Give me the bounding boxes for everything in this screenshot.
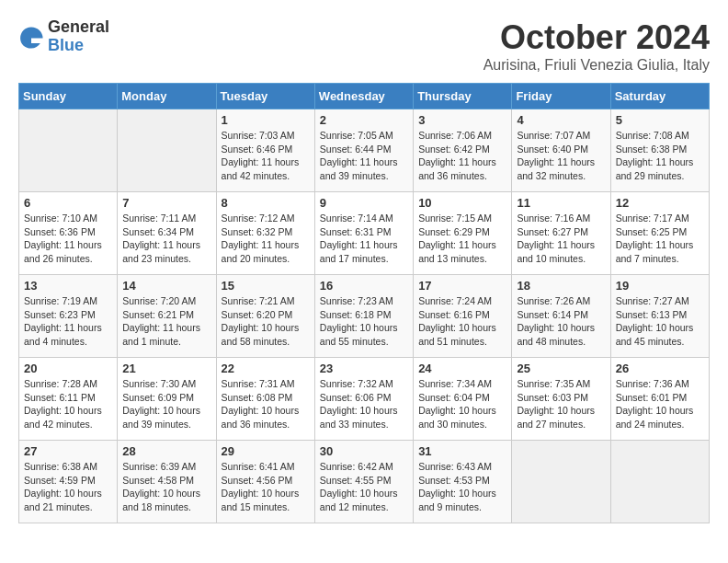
calendar-cell: 3Sunrise: 7:06 AM Sunset: 6:42 PM Daylig… [414, 109, 512, 192]
day-number: 16 [320, 279, 408, 293]
cell-content: Sunrise: 7:26 AM Sunset: 6:14 PM Dayligh… [517, 294, 605, 349]
day-number: 10 [418, 196, 506, 210]
day-number: 2 [320, 113, 408, 127]
day-number: 4 [517, 113, 605, 127]
calendar-cell: 8Sunrise: 7:12 AM Sunset: 6:32 PM Daylig… [216, 192, 314, 275]
cell-content: Sunrise: 7:27 AM Sunset: 6:13 PM Dayligh… [616, 294, 704, 349]
calendar-cell: 24Sunrise: 7:34 AM Sunset: 6:04 PM Dayli… [414, 358, 512, 441]
logo-icon [18, 24, 44, 50]
cell-content: Sunrise: 7:07 AM Sunset: 6:40 PM Dayligh… [517, 129, 605, 183]
calendar-cell: 14Sunrise: 7:20 AM Sunset: 6:21 PM Dayli… [118, 275, 216, 358]
day-number: 22 [222, 362, 310, 375]
header-row: SundayMondayTuesdayWednesdayThursdayFrid… [19, 84, 710, 109]
calendar-cell: 16Sunrise: 7:23 AM Sunset: 6:18 PM Dayli… [314, 275, 413, 358]
calendar-cell: 27Sunrise: 6:38 AM Sunset: 4:59 PM Dayli… [19, 441, 118, 523]
cell-content: Sunrise: 6:39 AM Sunset: 4:58 PM Dayligh… [122, 460, 210, 514]
header-day-monday: Monday [118, 84, 216, 109]
calendar-cell [610, 441, 709, 523]
calendar-cell: 21Sunrise: 7:30 AM Sunset: 6:09 PM Dayli… [118, 358, 216, 441]
day-number: 20 [24, 362, 112, 375]
header-day-tuesday: Tuesday [216, 84, 314, 109]
day-number: 9 [320, 196, 408, 210]
cell-content: Sunrise: 7:10 AM Sunset: 6:36 PM Dayligh… [24, 212, 112, 266]
day-number: 15 [222, 279, 310, 293]
logo-text: General Blue [48, 18, 109, 55]
calendar-week-3: 13Sunrise: 7:19 AM Sunset: 6:23 PM Dayli… [19, 275, 710, 358]
header-day-thursday: Thursday [414, 84, 512, 109]
header-day-sunday: Sunday [19, 84, 118, 109]
calendar-cell: 9Sunrise: 7:14 AM Sunset: 6:31 PM Daylig… [314, 192, 413, 275]
day-number: 29 [222, 444, 310, 458]
calendar-cell: 10Sunrise: 7:15 AM Sunset: 6:29 PM Dayli… [414, 192, 512, 275]
day-number: 28 [122, 444, 210, 458]
calendar-cell: 28Sunrise: 6:39 AM Sunset: 4:58 PM Dayli… [118, 441, 216, 523]
calendar-cell: 31Sunrise: 6:43 AM Sunset: 4:53 PM Dayli… [414, 441, 512, 523]
logo-general-text: General [48, 18, 109, 37]
cell-content: Sunrise: 7:20 AM Sunset: 6:21 PM Dayligh… [122, 294, 210, 349]
calendar-cell: 6Sunrise: 7:10 AM Sunset: 6:36 PM Daylig… [19, 192, 118, 275]
cell-content: Sunrise: 7:23 AM Sunset: 6:18 PM Dayligh… [320, 294, 408, 349]
cell-content: Sunrise: 7:17 AM Sunset: 6:25 PM Dayligh… [616, 212, 704, 266]
cell-content: Sunrise: 7:11 AM Sunset: 6:34 PM Dayligh… [122, 212, 210, 266]
calendar-cell [118, 109, 216, 192]
cell-content: Sunrise: 6:43 AM Sunset: 4:53 PM Dayligh… [418, 460, 506, 514]
cell-content: Sunrise: 7:03 AM Sunset: 6:46 PM Dayligh… [222, 129, 310, 183]
cell-content: Sunrise: 7:06 AM Sunset: 6:42 PM Dayligh… [418, 129, 506, 183]
calendar-cell: 1Sunrise: 7:03 AM Sunset: 6:46 PM Daylig… [216, 109, 314, 192]
calendar-cell: 19Sunrise: 7:27 AM Sunset: 6:13 PM Dayli… [610, 275, 709, 358]
day-number: 6 [24, 196, 112, 210]
day-number: 8 [222, 196, 310, 210]
calendar-cell: 26Sunrise: 7:36 AM Sunset: 6:01 PM Dayli… [610, 358, 709, 441]
day-number: 23 [320, 362, 408, 375]
day-number: 27 [24, 444, 112, 458]
day-number: 19 [616, 279, 704, 293]
day-number: 30 [320, 444, 408, 458]
calendar-table: SundayMondayTuesdayWednesdayThursdayFrid… [18, 83, 710, 523]
calendar-cell: 5Sunrise: 7:08 AM Sunset: 6:38 PM Daylig… [610, 109, 709, 192]
cell-content: Sunrise: 7:19 AM Sunset: 6:23 PM Dayligh… [24, 294, 112, 349]
calendar-cell: 17Sunrise: 7:24 AM Sunset: 6:16 PM Dayli… [414, 275, 512, 358]
calendar-week-4: 20Sunrise: 7:28 AM Sunset: 6:11 PM Dayli… [19, 358, 710, 441]
calendar-cell [512, 441, 610, 523]
header-day-wednesday: Wednesday [314, 84, 413, 109]
calendar-cell: 12Sunrise: 7:17 AM Sunset: 6:25 PM Dayli… [610, 192, 709, 275]
day-number: 13 [24, 279, 112, 293]
calendar-cell: 22Sunrise: 7:31 AM Sunset: 6:08 PM Dayli… [216, 358, 314, 441]
cell-content: Sunrise: 7:12 AM Sunset: 6:32 PM Dayligh… [222, 212, 310, 266]
cell-content: Sunrise: 7:36 AM Sunset: 6:01 PM Dayligh… [616, 377, 704, 431]
logo-blue-text: Blue [48, 37, 109, 55]
cell-content: Sunrise: 7:15 AM Sunset: 6:29 PM Dayligh… [418, 212, 506, 266]
calendar-cell: 13Sunrise: 7:19 AM Sunset: 6:23 PM Dayli… [19, 275, 118, 358]
day-number: 7 [122, 196, 210, 210]
day-number: 3 [418, 113, 506, 127]
cell-content: Sunrise: 7:16 AM Sunset: 6:27 PM Dayligh… [517, 212, 605, 266]
calendar-cell: 20Sunrise: 7:28 AM Sunset: 6:11 PM Dayli… [19, 358, 118, 441]
day-number: 11 [517, 196, 605, 210]
calendar-body: 1Sunrise: 7:03 AM Sunset: 6:46 PM Daylig… [19, 109, 710, 523]
day-number: 25 [517, 362, 605, 375]
location-title: Aurisina, Friuli Venezia Giulia, Italy [483, 57, 710, 74]
calendar-cell [19, 109, 118, 192]
day-number: 21 [122, 362, 210, 375]
cell-content: Sunrise: 7:05 AM Sunset: 6:44 PM Dayligh… [320, 129, 408, 183]
day-number: 17 [418, 279, 506, 293]
cell-content: Sunrise: 7:30 AM Sunset: 6:09 PM Dayligh… [122, 377, 210, 431]
header-day-saturday: Saturday [610, 84, 709, 109]
cell-content: Sunrise: 7:24 AM Sunset: 6:16 PM Dayligh… [418, 294, 506, 349]
title-area: October 2024 Aurisina, Friuli Venezia Gi… [483, 18, 710, 74]
header-day-friday: Friday [512, 84, 610, 109]
cell-content: Sunrise: 6:38 AM Sunset: 4:59 PM Dayligh… [24, 460, 112, 514]
cell-content: Sunrise: 7:21 AM Sunset: 6:20 PM Dayligh… [222, 294, 310, 349]
day-number: 1 [222, 113, 310, 127]
month-title: October 2024 [483, 18, 710, 57]
calendar-cell: 2Sunrise: 7:05 AM Sunset: 6:44 PM Daylig… [314, 109, 413, 192]
cell-content: Sunrise: 6:41 AM Sunset: 4:56 PM Dayligh… [222, 460, 310, 514]
calendar-cell: 7Sunrise: 7:11 AM Sunset: 6:34 PM Daylig… [118, 192, 216, 275]
page-header: General Blue October 2024 Aurisina, Friu… [18, 18, 710, 74]
day-number: 12 [616, 196, 704, 210]
logo: General Blue [18, 18, 109, 55]
cell-content: Sunrise: 7:08 AM Sunset: 6:38 PM Dayligh… [616, 129, 704, 183]
calendar-week-2: 6Sunrise: 7:10 AM Sunset: 6:36 PM Daylig… [19, 192, 710, 275]
calendar-cell: 25Sunrise: 7:35 AM Sunset: 6:03 PM Dayli… [512, 358, 610, 441]
cell-content: Sunrise: 7:32 AM Sunset: 6:06 PM Dayligh… [320, 377, 408, 431]
